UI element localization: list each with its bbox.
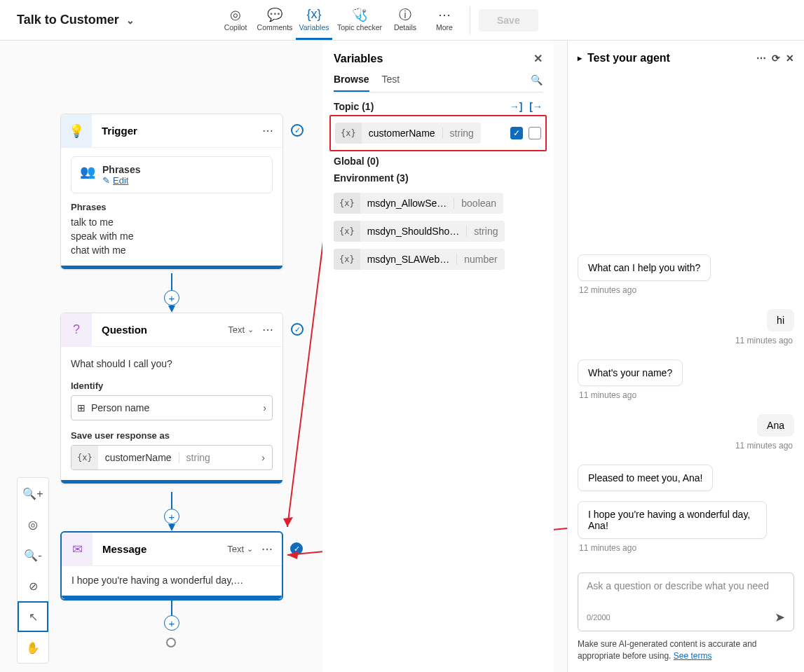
node-trigger[interactable]: 💡 Trigger ⋯ 👥 Phrases ✎ Edit Phrases tal…	[60, 114, 283, 270]
message-type[interactable]: Text ⌄	[227, 544, 253, 554]
identify-value: Person name	[91, 402, 149, 413]
timestamp: 11 minutes ago	[579, 390, 636, 400]
status-ok-icon: ✓	[291, 124, 304, 137]
search-icon[interactable]: 🔍	[531, 74, 543, 91]
node-question[interactable]: ? Question Text ⌄ ⋯ What should I call y…	[60, 313, 283, 484]
variable-row[interactable]: {x}msdyn_ShouldSho…string	[334, 217, 543, 245]
edit-phrases-link[interactable]: Edit	[113, 175, 128, 186]
trigger-icon: 💡	[61, 114, 92, 148]
global-group-label: Global (0)	[334, 156, 379, 167]
tab-copilot[interactable]: ◎ Copilot	[217, 0, 254, 40]
zoom-in-button[interactable]: 🔍+	[18, 478, 48, 509]
timestamp: 12 minutes ago	[579, 285, 636, 295]
refresh-icon[interactable]: ⟳	[772, 53, 780, 64]
close-icon[interactable]: ✕	[786, 53, 794, 64]
zoom-out-button[interactable]: 🔍-	[18, 540, 48, 570]
tab-variables[interactable]: {x} Variables	[296, 0, 332, 40]
import-icon[interactable]: →]	[510, 101, 523, 112]
node-trigger-title: Trigger	[92, 125, 254, 137]
details-icon: ⓘ	[399, 7, 411, 22]
phrase-item: chat with me	[71, 245, 273, 256]
chevron-right-icon: ›	[254, 452, 272, 463]
user-message: Ana	[757, 414, 794, 437]
save-as-variable-field[interactable]: {x} customerName string ›	[71, 445, 273, 470]
see-terms-link[interactable]: See terms	[674, 651, 712, 661]
var-input-checkbox[interactable]: ✓	[510, 127, 523, 139]
status-ok-icon: ✓	[291, 323, 304, 336]
message-icon: ✉	[62, 533, 93, 566]
variable-icon: {x}	[335, 123, 362, 144]
node-message-menu[interactable]: ⋯	[253, 542, 282, 556]
tab-comments-label: Comments	[257, 23, 293, 32]
pan-tool-button[interactable]: ✋	[18, 632, 48, 663]
variable-type: string	[442, 128, 474, 139]
variable-row[interactable]: {x}msdyn_AllowSe…boolean	[334, 189, 543, 217]
phrases-icon: 👥	[80, 164, 95, 186]
var-output-checkbox[interactable]	[529, 127, 541, 139]
timestamp: 11 minutes ago	[579, 543, 636, 553]
status-ok-filled-icon: ✓	[290, 542, 303, 555]
reset-button[interactable]: ⊘	[18, 570, 48, 601]
save-button[interactable]: Save	[479, 9, 538, 32]
add-node-button[interactable]: +	[164, 290, 179, 306]
timestamp: 11 minutes ago	[735, 336, 793, 345]
add-node-button[interactable]: +	[164, 615, 179, 631]
send-icon[interactable]: ➤	[775, 610, 785, 625]
env-group-label: Environment (3)	[334, 172, 409, 184]
variable-icon: {x}	[71, 446, 98, 469]
question-icon: ?	[61, 313, 92, 347]
add-node-button[interactable]: +	[164, 509, 179, 524]
topic-group-label: Topic (1)	[334, 101, 374, 112]
test-input[interactable]: Ask a question or describe what you need…	[578, 572, 794, 631]
title-chevron-icon[interactable]: ⌄	[126, 15, 135, 26]
bot-message: What can I help you with?	[578, 254, 711, 281]
tab-topic-checker[interactable]: 🩺 Topic checker	[335, 0, 384, 40]
identify-field[interactable]: ⊞ Person name ›	[71, 395, 273, 420]
disclaimer-text: Make sure AI-generated content is accura…	[578, 639, 757, 661]
flow-end-icon	[166, 638, 176, 647]
canvas-tools: 🔍+ ◎ 🔍- ⊘ ↖ ✋	[17, 477, 49, 664]
vars-tab-browse[interactable]: Browse	[334, 74, 369, 92]
tab-variables-label: Variables	[299, 23, 329, 32]
variable-name: customerName	[362, 128, 442, 139]
save-as-var-type: string	[179, 452, 217, 463]
node-message[interactable]: ✉ Message Text ⌄ ⋯ I hope you're having …	[60, 531, 283, 601]
chevron-right-icon: ›	[263, 402, 266, 413]
message-body: I hope you're having a wonderful day,…	[71, 575, 272, 586]
variables-icon: {x}	[306, 7, 321, 22]
select-tool-button[interactable]: ↖	[18, 601, 48, 632]
node-question-title: Question	[92, 324, 228, 336]
close-icon[interactable]: ✕	[533, 52, 543, 65]
tab-comments[interactable]: 💬 Comments	[257, 0, 293, 40]
tab-topic-checker-label: Topic checker	[337, 23, 382, 32]
tab-more[interactable]: ⋯ More	[426, 0, 463, 40]
chevron-down-icon: ⌄	[247, 544, 253, 554]
variable-row[interactable]: {x}msdyn_SLAWeb…number	[334, 245, 543, 273]
variables-panel-title: Variables	[334, 53, 383, 65]
tab-more-label: More	[436, 23, 453, 32]
identify-label: Identify	[71, 380, 273, 391]
node-message-title: Message	[93, 543, 227, 555]
variable-row-customerName[interactable]: {x} customerName string ✓	[335, 119, 541, 147]
phrases-header: Phrases	[71, 202, 273, 212]
question-type[interactable]: Text ⌄	[228, 324, 254, 335]
chevron-right-icon[interactable]: ▸	[578, 53, 582, 63]
fit-button[interactable]: ◎	[18, 509, 48, 540]
node-question-menu[interactable]: ⋯	[254, 323, 282, 336]
tab-details-label: Details	[394, 23, 416, 32]
chevron-down-icon: ⌄	[247, 325, 254, 334]
topic-title: Talk to Customer	[17, 13, 119, 27]
topic-checker-icon: 🩺	[352, 7, 367, 22]
comments-icon: 💬	[267, 7, 282, 22]
save-as-var-name: customerName	[98, 452, 179, 463]
vars-tab-test[interactable]: Test	[382, 74, 400, 92]
tab-details[interactable]: ⓘ Details	[387, 0, 423, 40]
more-icon[interactable]: ⋯	[756, 53, 766, 64]
svg-marker-1	[168, 306, 175, 313]
bot-message: I hope you're having a wonderful day, An…	[578, 501, 767, 539]
question-prompt: What should I call you?	[71, 358, 273, 369]
save-as-label: Save user response as	[71, 430, 273, 441]
node-trigger-menu[interactable]: ⋯	[254, 124, 282, 137]
export-icon[interactable]: [→	[529, 101, 543, 112]
svg-marker-6	[283, 517, 293, 527]
